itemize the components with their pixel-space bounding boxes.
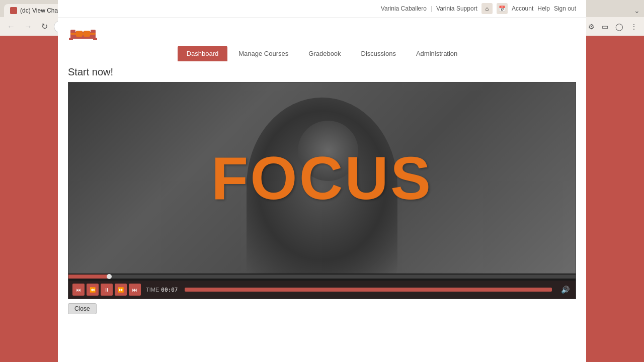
fast-forward-button[interactable]: ⏩ bbox=[115, 284, 127, 296]
time-display: TIME 00:07 bbox=[146, 287, 178, 293]
volume-button[interactable]: 🔊 bbox=[559, 285, 572, 295]
progress-thumb bbox=[107, 274, 112, 279]
calendar-icon-button[interactable]: 📅 bbox=[497, 3, 508, 14]
forward-button[interactable]: → bbox=[21, 21, 35, 33]
page-content: Start now! FOCUS ⏮ ⏪ bbox=[58, 61, 586, 324]
video-focus-text: FOCUS bbox=[211, 143, 433, 213]
help-link[interactable]: Help bbox=[537, 5, 550, 12]
back-button[interactable]: ← bbox=[4, 21, 18, 33]
nav-item-dashboard[interactable]: Dashboard bbox=[178, 46, 228, 61]
profile-button[interactable]: ◯ bbox=[613, 21, 626, 32]
cast-button[interactable]: ▭ bbox=[599, 21, 611, 32]
app-logo[interactable] bbox=[68, 22, 98, 42]
page-title: Start now! bbox=[68, 66, 576, 78]
svg-rect-5 bbox=[93, 38, 97, 40]
nav-item-manage-courses[interactable]: Manage Courses bbox=[229, 46, 297, 61]
nav-item-discussions[interactable]: Discussions bbox=[352, 46, 405, 61]
nav-item-gradebook[interactable]: Gradebook bbox=[299, 46, 350, 61]
page-wrapper: (dc) View Chalkboard ✕ + ⌄ ← → ↻ 🔒 dc.di… bbox=[0, 0, 644, 362]
pause-button[interactable]: ⏸ bbox=[101, 284, 113, 296]
progress-track[interactable] bbox=[68, 275, 576, 279]
skip-back-button[interactable]: ⏮ bbox=[72, 284, 85, 296]
account-link[interactable]: Account bbox=[512, 5, 533, 12]
signout-link[interactable]: Sign out bbox=[554, 5, 576, 12]
nav-items: Dashboard Manage Courses Gradebook Discu… bbox=[178, 46, 467, 61]
video-frame[interactable]: FOCUS bbox=[68, 82, 576, 274]
menu-button[interactable]: ⋮ bbox=[628, 21, 640, 32]
skip-forward-button[interactable]: ⏭ bbox=[129, 284, 141, 296]
video-controls: ⏮ ⏪ ⏸ ⏩ ⏭ TIME 00:07 🔊 bbox=[68, 281, 576, 299]
time-value: 00:07 bbox=[161, 287, 178, 293]
browser-more-tabs: ⌄ bbox=[634, 7, 640, 15]
nav-item-administration[interactable]: Administration bbox=[407, 46, 466, 61]
close-button[interactable]: Close bbox=[68, 303, 97, 314]
progress-fill bbox=[68, 275, 109, 279]
logo-row bbox=[58, 18, 586, 46]
progress-bar-controls[interactable] bbox=[185, 288, 552, 292]
user-bar: Varinia Caballero | Varinia Support ⌂ 📅 … bbox=[58, 0, 586, 18]
video-progress-area[interactable] bbox=[68, 275, 576, 281]
user-name: Varinia Caballero bbox=[381, 5, 427, 12]
rewind-button[interactable]: ⏪ bbox=[87, 284, 99, 296]
time-label: TIME bbox=[146, 287, 159, 293]
main-nav: Dashboard Manage Courses Gradebook Discu… bbox=[58, 46, 586, 61]
app-container: Varinia Caballero | Varinia Support ⌂ 📅 … bbox=[58, 0, 586, 362]
home-icon-button[interactable]: ⌂ bbox=[481, 3, 493, 14]
extension-button[interactable]: ⚙ bbox=[586, 21, 597, 32]
support-name: Varinia Support bbox=[436, 5, 477, 12]
user-bar-separator: | bbox=[431, 5, 432, 12]
svg-rect-3 bbox=[70, 33, 96, 35]
tab-favicon bbox=[10, 7, 17, 14]
svg-rect-4 bbox=[69, 38, 73, 40]
svg-rect-6 bbox=[76, 31, 83, 37]
svg-rect-7 bbox=[84, 31, 90, 37]
video-container: FOCUS ⏮ ⏪ ⏸ ⏩ ⏭ TIME bbox=[68, 82, 576, 299]
reload-button[interactable]: ↻ bbox=[38, 20, 51, 33]
